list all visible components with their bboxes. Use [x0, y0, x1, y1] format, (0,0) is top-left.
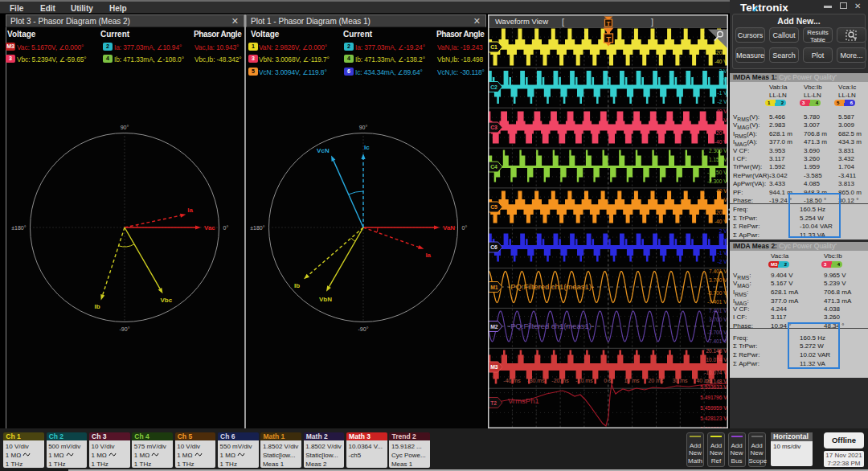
svg-text:-3.700 V: -3.700 V [707, 330, 727, 335]
svg-text:7.401 V: 7.401 V [709, 308, 727, 313]
svg-text:T: T [606, 35, 611, 43]
svg-text:C2: C2 [490, 84, 497, 90]
svg-text:C5: C5 [490, 204, 497, 210]
svg-text:-2 V: -2 V [718, 259, 728, 264]
svg-text:-40 V: -40 V [714, 139, 727, 145]
svg-text:VrmsPh1: VrmsPh1 [508, 396, 539, 405]
svg-text:-7.401 V: -7.401 V [707, 299, 727, 305]
svg-text:-10.074 V: -10.074 V [704, 370, 727, 375]
svg-text:5.459959 V: 5.459959 V [700, 405, 727, 411]
svg-text:[: [ [562, 17, 564, 27]
svg-text:10 ms: 10 ms [624, 378, 640, 383]
svg-text:-40 ms: -40 ms [503, 378, 521, 383]
svg-text:VcN: VcN [317, 147, 330, 154]
svg-text:M3: M3 [490, 364, 498, 370]
svg-text:C1: C1 [490, 44, 497, 50]
svg-text:-20 V: -20 V [714, 210, 727, 215]
svg-text:Ib: Ib [95, 303, 100, 310]
svg-text:Waveform View: Waveform View [495, 17, 548, 26]
svg-text:-20 ms: -20 ms [551, 378, 569, 383]
svg-text:20 V: 20 V [716, 117, 727, 123]
svg-text:40 V: 40 V [716, 109, 727, 114]
svg-text:5.491796 V: 5.491796 V [700, 395, 727, 400]
svg-text:-2 V: -2 V [718, 99, 728, 104]
svg-text:-90°: -90° [120, 326, 130, 332]
svg-text:-PQ:Filtered ch1(meas1)-: -PQ:Filtered ch1(meas1)- [508, 282, 594, 291]
svg-text:-20 V: -20 V [714, 130, 727, 136]
svg-text:Ic: Ic [364, 144, 370, 151]
svg-text:±180°: ±180° [250, 225, 265, 231]
svg-text:VaN: VaN [443, 224, 455, 231]
svg-text:M1: M1 [490, 285, 498, 290]
svg-text:-10 ms: -10 ms [575, 378, 593, 383]
svg-text:-1 V: -1 V [718, 250, 728, 256]
svg-text:Ia: Ia [187, 207, 193, 214]
svg-text:-40 V: -40 V [714, 219, 727, 224]
svg-text:7.401 V: 7.401 V [709, 268, 727, 274]
svg-text:20 ms: 20 ms [648, 378, 664, 383]
svg-text:-PQ:Filtered ch1(meas1)-: -PQ:Filtered ch1(meas1)- [508, 322, 594, 330]
svg-text:20.148 V: 20.148 V [706, 348, 727, 354]
svg-text:Vac: Vac [204, 224, 215, 231]
svg-text:30 ms: 30 ms [672, 378, 688, 383]
svg-text:C6: C6 [490, 244, 497, 250]
svg-text:-3.700 V: -3.700 V [707, 290, 727, 296]
svg-text:2 V: 2 V [719, 228, 727, 234]
svg-text:10.074 V: 10.074 V [706, 357, 727, 362]
svg-text:-1.150 V: -1.150 V [707, 170, 727, 175]
svg-text:0°: 0° [462, 225, 468, 231]
svg-text:0°: 0° [223, 225, 229, 231]
svg-text:3.700 V: 3.700 V [709, 317, 727, 322]
svg-text:5.428123 V: 5.428123 V [700, 416, 727, 421]
svg-text:-7.401 V: -7.401 V [707, 338, 727, 344]
svg-text:2 V: 2 V [719, 68, 727, 74]
svg-text:-90°: -90° [358, 326, 369, 332]
svg-text:-40 V: -40 V [714, 59, 727, 64]
svg-text:40 V: 40 V [716, 188, 727, 194]
svg-text:40 ms: 40 ms [696, 378, 712, 383]
svg-text:0 s: 0 s [604, 378, 612, 383]
svg-text:90°: 90° [359, 125, 368, 130]
svg-text:Vbc: Vbc [161, 297, 173, 304]
svg-text:-1 V: -1 V [718, 90, 728, 96]
svg-text:2.300 V: 2.300 V [709, 148, 727, 154]
svg-text:5.533633 V: 5.533633 V [700, 384, 727, 390]
svg-text:1 V: 1 V [719, 237, 727, 243]
svg-text:VbN: VbN [319, 296, 332, 303]
svg-text:3.700 V: 3.700 V [709, 277, 727, 283]
svg-text:1.150 V: 1.150 V [709, 157, 727, 162]
svg-text:C3: C3 [490, 125, 497, 130]
svg-text:T2: T2 [490, 400, 497, 406]
svg-text:Ib: Ib [294, 282, 300, 289]
svg-text:±180°: ±180° [11, 225, 27, 231]
svg-text:Ia: Ia [425, 252, 431, 259]
svg-text:-30 ms: -30 ms [527, 378, 545, 383]
svg-text:-20 V: -20 V [714, 50, 727, 55]
svg-text:T: T [607, 20, 611, 27]
svg-text:1 V: 1 V [719, 77, 727, 83]
svg-text:20 V: 20 V [716, 197, 727, 203]
svg-text:C4: C4 [490, 164, 497, 170]
svg-text:90°: 90° [121, 125, 129, 130]
svg-text:]: ] [651, 17, 653, 27]
svg-text:-2.300 V: -2.300 V [707, 178, 727, 184]
svg-text:M2: M2 [490, 324, 498, 330]
